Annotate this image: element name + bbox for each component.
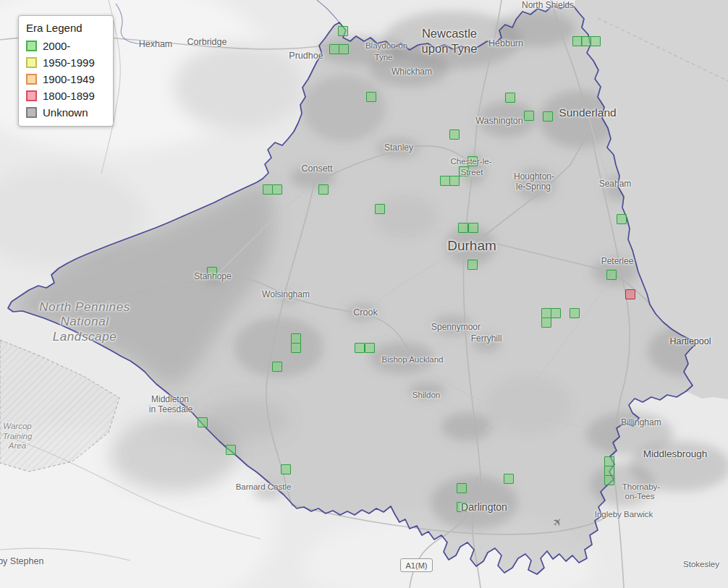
era-marker[interactable] bbox=[504, 474, 514, 484]
era-marker[interactable] bbox=[457, 502, 467, 512]
era-marker[interactable] bbox=[551, 308, 561, 318]
era-marker[interactable] bbox=[449, 129, 460, 140]
era-marker[interactable] bbox=[226, 445, 236, 455]
era-marker[interactable] bbox=[272, 362, 282, 372]
legend-label: Unknown bbox=[43, 106, 88, 119]
legend-item: 1800-1899 bbox=[26, 90, 106, 102]
era-marker[interactable] bbox=[440, 176, 450, 186]
legend-label: 1950-1999 bbox=[43, 56, 95, 69]
era-marker[interactable] bbox=[458, 223, 468, 233]
era-marker[interactable] bbox=[457, 483, 467, 493]
era-marker[interactable] bbox=[591, 36, 601, 46]
era-marker[interactable] bbox=[198, 417, 208, 427]
era-marker[interactable] bbox=[366, 92, 376, 102]
era-marker[interactable] bbox=[467, 260, 478, 270]
legend-swatch-icon bbox=[26, 90, 37, 101]
era-marker[interactable] bbox=[281, 464, 291, 474]
legend-item: 1900-1949 bbox=[26, 73, 106, 85]
era-marker[interactable] bbox=[617, 214, 627, 224]
era-marker[interactable] bbox=[459, 166, 469, 176]
map-canvas[interactable]: North ShieldsHexhamCorbridgePrudhoeNewca… bbox=[0, 0, 728, 588]
era-marker[interactable] bbox=[263, 184, 273, 195]
road-shield-a1m: A1(M) bbox=[400, 558, 433, 572]
era-marker[interactable] bbox=[355, 343, 365, 353]
legend-label: 1800-1899 bbox=[43, 90, 95, 102]
legend-swatch-icon bbox=[26, 41, 37, 51]
era-marker[interactable] bbox=[468, 223, 478, 233]
era-marker[interactable] bbox=[604, 475, 614, 485]
era-legend: Era Legend 2000-1950-19991900-19491800-1… bbox=[18, 15, 114, 127]
era-marker[interactable] bbox=[625, 289, 635, 299]
legend-item: Unknown bbox=[26, 106, 106, 119]
era-marker[interactable] bbox=[581, 36, 591, 46]
era-marker[interactable] bbox=[541, 308, 551, 318]
era-marker[interactable] bbox=[449, 176, 460, 186]
legend-title: Era Legend bbox=[26, 22, 106, 34]
era-marker[interactable] bbox=[505, 93, 515, 103]
era-marker[interactable] bbox=[207, 267, 217, 277]
era-marker[interactable] bbox=[375, 204, 385, 214]
era-marker[interactable] bbox=[604, 466, 614, 476]
era-marker[interactable] bbox=[606, 270, 617, 280]
legend-swatch-icon bbox=[26, 74, 37, 85]
legend-swatch-icon bbox=[26, 107, 37, 118]
legend-item: 1950-1999 bbox=[26, 56, 106, 69]
legend-item: 2000- bbox=[26, 40, 106, 52]
era-marker[interactable] bbox=[541, 318, 551, 328]
era-marker[interactable] bbox=[365, 343, 375, 353]
era-marker[interactable] bbox=[291, 343, 301, 353]
era-marker[interactable] bbox=[338, 26, 348, 36]
era-marker[interactable] bbox=[543, 111, 553, 122]
era-marker[interactable] bbox=[604, 456, 614, 466]
legend-swatch-icon bbox=[26, 57, 37, 68]
era-marker[interactable] bbox=[339, 44, 349, 54]
era-marker[interactable] bbox=[318, 184, 329, 195]
era-marker[interactable] bbox=[524, 111, 534, 121]
era-marker[interactable] bbox=[272, 184, 282, 195]
era-marker[interactable] bbox=[329, 44, 339, 54]
legend-items: 2000-1950-19991900-19491800-1899Unknown bbox=[26, 40, 106, 119]
legend-label: 2000- bbox=[43, 40, 70, 52]
era-marker[interactable] bbox=[291, 333, 301, 344]
legend-label: 1900-1949 bbox=[43, 73, 95, 85]
era-marker[interactable] bbox=[570, 308, 580, 318]
era-marker[interactable] bbox=[467, 156, 478, 166]
